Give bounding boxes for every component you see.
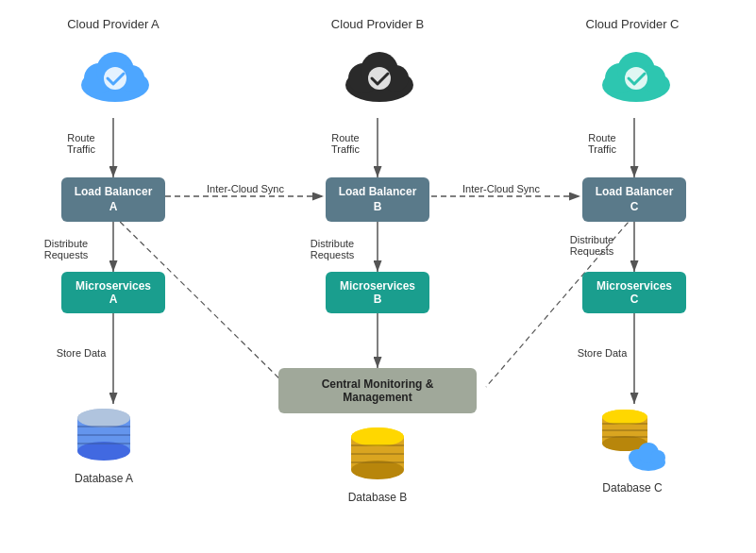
- load-balancer-b: Load Balancer B: [326, 177, 429, 222]
- load-balancer-a: Load Balancer A: [61, 177, 165, 222]
- diagram: Cloud Provider A Cloud Provider B Cloud …: [0, 0, 756, 553]
- svg-point-39: [351, 461, 404, 479]
- svg-point-54: [650, 450, 665, 465]
- cloud-icon-a: [77, 42, 153, 109]
- route-traffic-label-c: Route Traffic: [574, 132, 630, 155]
- microservices-c: Microservices C: [582, 272, 686, 313]
- svg-point-40: [351, 427, 404, 446]
- database-b-container: Database B: [344, 423, 411, 504]
- load-balancer-c: Load Balancer C: [582, 177, 686, 222]
- database-c-label: Database C: [595, 481, 670, 494]
- inter-cloud-sync-ab: Inter-Cloud Sync: [193, 183, 297, 194]
- database-b-label: Database B: [344, 491, 411, 504]
- cloud-icon-c: [598, 42, 674, 109]
- central-monitoring-box: Central Monitoring & Management: [278, 368, 477, 413]
- microservices-a: Microservices A: [61, 272, 165, 313]
- distribute-label-c: DistributeRequests: [557, 234, 627, 257]
- store-data-label-a: Store Data: [53, 347, 109, 359]
- cloud-icon-b: [342, 42, 417, 109]
- svg-point-33: [77, 409, 130, 427]
- database-a-label: Database A: [71, 472, 137, 485]
- col-heading-a: Cloud Provider A: [38, 17, 189, 31]
- distribute-label-a: Distribute Requests: [28, 238, 104, 260]
- database-c-container: Database C: [595, 404, 670, 494]
- database-a-container: Database A: [71, 404, 137, 485]
- store-data-label-c: Store Data: [574, 347, 630, 359]
- distribute-label-b: Distribute Requests: [294, 238, 370, 260]
- route-traffic-label-a: Route Traffic: [53, 132, 109, 155]
- svg-point-32: [77, 442, 130, 461]
- svg-point-47: [602, 410, 647, 425]
- col-heading-b: Cloud Provider B: [302, 17, 453, 31]
- col-heading-c: Cloud Provider C: [557, 17, 708, 31]
- microservices-b: Microservices B: [326, 272, 429, 313]
- route-traffic-label-b: Route Traffic: [317, 132, 374, 155]
- inter-cloud-sync-bc: Inter-Cloud Sync: [449, 183, 553, 194]
